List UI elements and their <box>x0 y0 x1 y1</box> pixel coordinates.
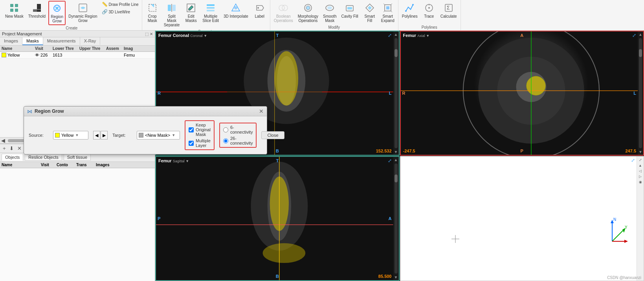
tab-objects[interactable]: Objects <box>2 154 23 161</box>
dialog-icon: ⋈ <box>27 108 32 114</box>
boolean-operations-button[interactable]: BooleanOperations <box>272 1 295 24</box>
region-grow-button[interactable]: RegionGrow <box>48 1 66 25</box>
multiple-layer-checkbox[interactable]: Multiple Layer <box>189 138 211 148</box>
svg-rect-15 <box>172 5 176 11</box>
connectivity-6-radio[interactable]: 6-connectivity <box>223 125 253 134</box>
3d-icon-4[interactable]: ▷ <box>639 174 642 178</box>
smart-fill-label: SmartFill <box>364 14 375 23</box>
morphology-operations-button[interactable]: MorphologyOperations <box>296 1 320 24</box>
sagittal-orient-b: B <box>276 274 279 279</box>
coronal-dropdown-arrow[interactable]: Coronal ▼ <box>190 34 207 38</box>
svg-point-22 <box>234 6 237 9</box>
3d-axes-svg: N Y <box>593 218 628 249</box>
new-mask-button[interactable]: New Mask <box>3 1 26 20</box>
source-select[interactable]: Yellow ▼ <box>53 131 88 140</box>
tab-measurements[interactable]: Measurements <box>43 37 80 45</box>
delete-btn[interactable]: ✕ <box>16 145 23 152</box>
dialog-close-x[interactable]: ✕ <box>259 108 264 114</box>
sagittal-scroll-up[interactable]: ▲ <box>393 157 399 163</box>
axial-scroll-thumb <box>639 49 642 57</box>
objects-panel: Objects Reslice Objects Soft tissue Name… <box>0 153 155 281</box>
add-mask-btn[interactable]: + <box>2 145 7 152</box>
coronal-scroll-up[interactable]: ▲ <box>393 31 399 37</box>
3d-livewire-button[interactable]: 🔗 3D LiveWire <box>100 8 140 15</box>
checkbox-group: Keep Original Mask Multiple Layer <box>185 120 215 150</box>
3d-icon-1[interactable]: ⤢ <box>639 158 642 162</box>
coronal-orient-r: L <box>389 91 392 96</box>
tab-soft-tissue[interactable]: Soft tissue <box>64 154 91 161</box>
viewport-3d[interactable]: N Y ⤢ ▲ ◁ <box>400 156 644 281</box>
3d-interpolate-button[interactable]: 3D Interpolate <box>222 1 250 20</box>
keep-original-mask-checkbox[interactable]: Keep Original Mask <box>189 123 211 137</box>
threshold-label: Threshold <box>28 14 46 18</box>
axial-dropdown-arrow[interactable]: Axial ▼ <box>417 34 429 38</box>
multiple-layer-input[interactable] <box>189 141 194 146</box>
axial-orient-p: P <box>521 149 523 153</box>
viewport-axial[interactable]: Femur Axial ▼ A P R L -247.5 247.5 ⤢ ▲ ▼ <box>400 31 644 156</box>
axial-scroll-up[interactable]: ▲ <box>638 31 643 37</box>
cavity-fill-label: Cavity Fill <box>341 14 358 18</box>
target-select[interactable]: <New Mask> ▼ <box>137 131 180 140</box>
3d-interpolate-icon <box>230 2 241 13</box>
tab-reslice-objects[interactable]: Reslice Objects <box>25 154 62 161</box>
3d-icon-5[interactable]: ◉ <box>639 180 642 184</box>
sagittal-scroll-down[interactable]: ▼ <box>393 274 399 280</box>
keep-original-mask-input[interactable] <box>189 127 194 132</box>
polylines-button[interactable]: Polylines <box>400 1 420 20</box>
scroll-left-btn[interactable]: ◀ <box>0 137 6 144</box>
cavity-fill-button[interactable]: Cavity Fill <box>339 1 360 20</box>
smart-fill-button[interactable]: SmartFill <box>361 1 378 24</box>
tab-images[interactable]: Images <box>0 37 22 45</box>
viewport-sagittal[interactable]: Femur Sagittal ▼ T B P A 85.500 ⤢ ▲ ▼ <box>155 156 400 281</box>
axial-expand-btn[interactable]: ⤢ <box>632 33 636 38</box>
label-button[interactable]: Label <box>251 1 268 20</box>
sagittal-dropdown-arrow[interactable]: Sagittal ▼ <box>173 159 189 163</box>
col-header-assem: Assem <box>106 46 124 51</box>
smooth-mask-label: SmoothMask <box>323 14 336 23</box>
connectivity-26-input[interactable] <box>223 138 228 143</box>
3d-icon-3[interactable]: ◁ <box>639 169 642 173</box>
dynamic-region-grow-button[interactable]: Dynamic RegionGrow <box>66 1 99 24</box>
sagittal-vscrollbar[interactable]: ▲ ▼ <box>393 157 399 280</box>
connectivity-26-radio[interactable]: 26-connectivity <box>223 136 253 145</box>
title-controls: ⬚ ✕ <box>145 32 153 36</box>
panel-close-button[interactable]: ✕ <box>150 32 153 36</box>
3d-icon-2[interactable]: ▲ <box>638 163 642 167</box>
nav-prev-btn[interactable]: ◀ <box>93 131 100 140</box>
threshold-button[interactable]: Threshold <box>26 1 48 20</box>
coronal-vscrollbar[interactable]: ▲ ▼ <box>393 31 399 155</box>
multiple-slice-edit-button[interactable]: MultipleSlice Edit <box>200 1 221 24</box>
boolean-operations-icon <box>278 2 289 13</box>
3d-expand-btn[interactable]: ⤢ <box>631 158 635 163</box>
smooth-mask-button[interactable]: SmoothMask <box>321 1 338 24</box>
toolbar-group-create-items: New Mask Threshold RegionGrow Dynamic Re… <box>3 1 140 25</box>
masks-table-header: Name Visit Lower Thre Upper Thre Assem I… <box>0 46 155 52</box>
crop-mask-button[interactable]: CropMask <box>144 1 161 24</box>
calculate-label: Calculate <box>440 14 457 18</box>
coronal-scroll-down[interactable]: ▼ <box>393 149 399 155</box>
smart-expand-button[interactable]: SmartExpand <box>379 1 396 24</box>
coronal-expand-btn[interactable]: ⤢ <box>388 33 392 38</box>
sagittal-orient-t: T <box>276 158 279 163</box>
axial-vscrollbar[interactable]: ▲ ▼ <box>638 31 643 155</box>
import-btn[interactable]: ⬇ <box>8 145 15 152</box>
panel-float-button[interactable]: ⬚ <box>145 32 149 36</box>
tab-xray[interactable]: X-Ray <box>80 37 101 45</box>
mask-row-yellow[interactable]: Yellow 👁 226 1613 Femu <box>0 52 155 59</box>
tab-masks[interactable]: Masks <box>22 37 43 45</box>
sagittal-expand-btn[interactable]: ⤢ <box>388 158 392 163</box>
trace-button[interactable]: Trace <box>420 1 438 20</box>
split-mask-button[interactable]: SplitMaskSeparate <box>162 1 182 29</box>
axial-scroll-down[interactable]: ▼ <box>638 149 643 155</box>
dialog-close-button[interactable]: Close <box>261 131 284 139</box>
nav-next-btn[interactable]: ▶ <box>101 131 108 140</box>
draw-profile-line-button[interactable]: 📏 Draw Profile Line <box>100 1 140 8</box>
calculate-button[interactable]: Σ Calculate <box>439 1 459 20</box>
connectivity-6-input[interactable] <box>223 127 228 132</box>
3d-livewire-label: 3D LiveWire <box>109 10 130 14</box>
col-header-upper: Upper Thre <box>79 46 106 51</box>
source-label: Source: <box>29 133 48 138</box>
svg-rect-0 <box>10 4 13 7</box>
edit-masks-button[interactable]: EditMasks <box>182 1 200 24</box>
smooth-mask-icon <box>324 2 335 13</box>
